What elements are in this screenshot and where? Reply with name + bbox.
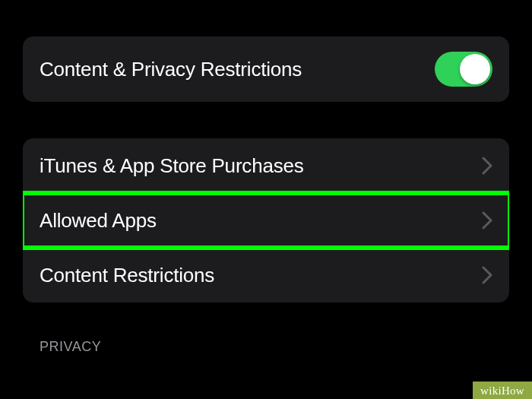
chevron-right-icon bbox=[482, 266, 492, 284]
chevron-right-icon bbox=[482, 157, 492, 175]
privacy-section-header: PRIVACY bbox=[23, 339, 509, 355]
content-privacy-restrictions-row[interactable]: Content & Privacy Restrictions bbox=[23, 36, 509, 102]
wikihow-watermark: wikiHow bbox=[473, 382, 532, 399]
content-privacy-restrictions-label: Content & Privacy Restrictions bbox=[40, 58, 302, 81]
content-restrictions-label: Content Restrictions bbox=[40, 264, 214, 287]
content-restrictions-row[interactable]: Content Restrictions bbox=[23, 248, 509, 302]
chevron-right-icon bbox=[482, 211, 492, 230]
itunes-appstore-label: iTunes & App Store Purchases bbox=[40, 154, 304, 178]
itunes-appstore-purchases-row[interactable]: iTunes & App Store Purchases bbox=[23, 138, 509, 193]
allowed-apps-row[interactable]: Allowed Apps bbox=[23, 193, 509, 248]
content-privacy-toggle[interactable] bbox=[435, 52, 492, 87]
toggle-knob bbox=[460, 54, 490, 84]
menu-group: iTunes & App Store Purchases Allowed App… bbox=[23, 138, 509, 302]
toggle-group: Content & Privacy Restrictions bbox=[23, 36, 509, 102]
allowed-apps-label: Allowed Apps bbox=[40, 209, 157, 233]
